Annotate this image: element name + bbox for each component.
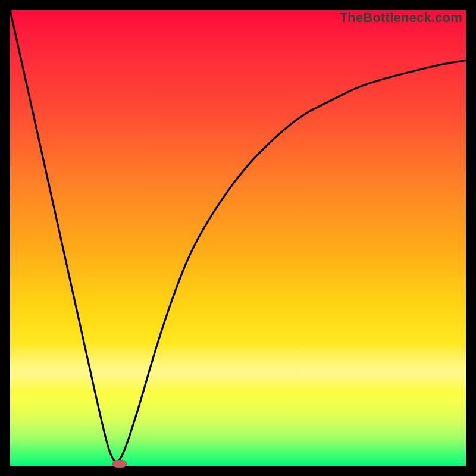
- bottleneck-curve: [10, 10, 466, 466]
- highlight-band: [10, 342, 466, 393]
- chart-frame: TheBottleneck.com: [0, 0, 476, 476]
- watermark-text: TheBottleneck.com: [340, 10, 462, 26]
- min-marker: [112, 460, 127, 468]
- plot-area: TheBottleneck.com: [10, 10, 466, 466]
